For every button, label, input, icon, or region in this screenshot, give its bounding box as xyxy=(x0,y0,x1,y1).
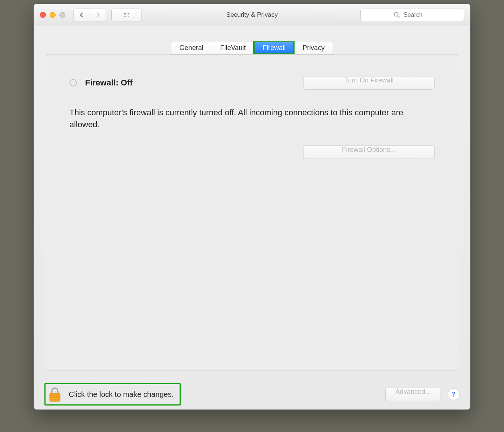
svg-point-10 xyxy=(127,16,127,17)
firewall-description: This computer's firewall is currently tu… xyxy=(69,107,405,131)
tab-general[interactable]: General xyxy=(171,41,212,54)
svg-point-3 xyxy=(128,13,129,14)
firewall-options-button[interactable]: Firewall Options... xyxy=(303,145,435,159)
tab-filevault[interactable]: FileVault xyxy=(212,41,254,54)
svg-point-11 xyxy=(128,16,129,17)
firewall-panel: Firewall: Off Turn On Firewall This comp… xyxy=(46,54,458,370)
nav-group xyxy=(74,9,106,21)
close-window-button[interactable] xyxy=(40,12,46,18)
footer: Click the lock to make changes. Advanced… xyxy=(34,379,470,409)
back-button[interactable] xyxy=(74,9,90,21)
show-all-button[interactable] xyxy=(112,9,141,21)
zoom-window-button[interactable] xyxy=(59,12,65,18)
lock-text: Click the lock to make changes. xyxy=(69,390,174,399)
svg-point-5 xyxy=(125,15,126,15)
svg-point-2 xyxy=(127,13,127,14)
preferences-window: Security & Privacy General FileVault Fir… xyxy=(34,4,470,410)
svg-point-4 xyxy=(124,15,125,15)
status-row: Firewall: Off Turn On Firewall xyxy=(69,76,435,90)
options-row: Firewall Options... xyxy=(69,145,435,159)
tab-bar: General FileVault Firewall Privacy xyxy=(46,41,458,54)
lock-group: Click the lock to make changes. xyxy=(44,383,181,406)
tabs: General FileVault Firewall Privacy xyxy=(171,41,333,54)
chevron-right-icon xyxy=(95,12,100,18)
status-indicator-icon xyxy=(69,79,77,87)
search-field[interactable] xyxy=(360,9,464,21)
svg-point-0 xyxy=(124,13,125,14)
svg-point-1 xyxy=(125,13,126,14)
grid-icon xyxy=(124,12,129,18)
svg-line-13 xyxy=(398,16,400,18)
search-icon xyxy=(394,12,400,18)
show-all-group xyxy=(111,9,142,21)
svg-point-8 xyxy=(124,16,125,17)
firewall-status: Firewall: Off xyxy=(69,78,133,88)
advanced-button[interactable]: Advanced... xyxy=(385,388,441,401)
window-controls xyxy=(40,12,65,18)
titlebar: Security & Privacy xyxy=(34,4,470,26)
tab-privacy[interactable]: Privacy xyxy=(294,41,333,54)
forward-button[interactable] xyxy=(90,9,106,21)
help-button[interactable]: ? xyxy=(448,388,460,400)
chevron-left-icon xyxy=(79,12,84,18)
svg-point-9 xyxy=(125,16,126,17)
lock-icon[interactable] xyxy=(48,386,62,402)
svg-point-7 xyxy=(128,15,129,15)
minimize-window-button[interactable] xyxy=(50,12,56,18)
search-input[interactable] xyxy=(403,11,430,19)
svg-point-12 xyxy=(395,13,398,16)
tab-firewall[interactable]: Firewall xyxy=(254,41,294,54)
turn-on-firewall-button[interactable]: Turn On Firewall xyxy=(303,76,435,90)
firewall-status-label: Firewall: Off xyxy=(85,78,133,88)
svg-point-6 xyxy=(127,15,127,15)
panel-body: General FileVault Firewall Privacy Firew… xyxy=(34,26,470,379)
